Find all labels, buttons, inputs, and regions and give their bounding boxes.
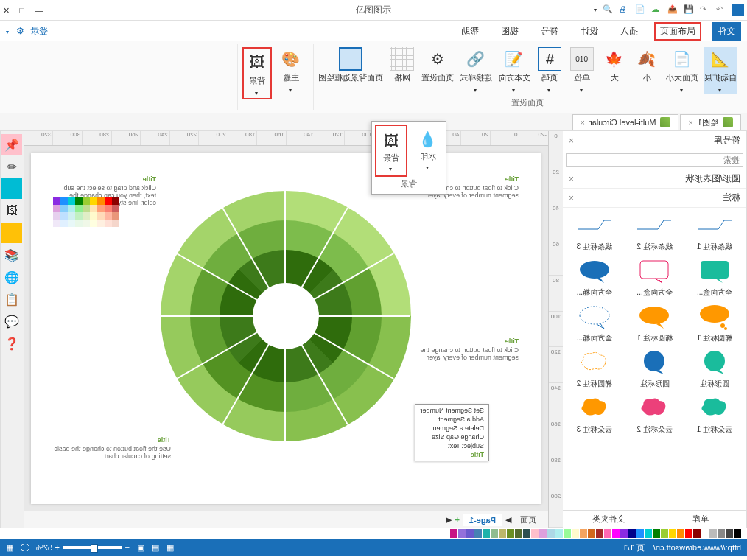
shape-item[interactable]: 全方向椭...: [566, 302, 623, 343]
color-swatch[interactable]: [653, 529, 660, 538]
color-swatch[interactable]: [734, 529, 741, 538]
color-swatch[interactable]: [596, 529, 603, 538]
shape-item[interactable]: 云朵标注 2: [626, 393, 684, 435]
color-swatch[interactable]: [718, 529, 725, 538]
color-swatch[interactable]: [466, 529, 474, 538]
color-swatch[interactable]: [539, 529, 547, 538]
pagebg-button[interactable]: 页面背景边框绘图: [318, 47, 383, 83]
zoom-in-icon[interactable]: +: [55, 543, 60, 552]
menu-icon[interactable]: [732, 4, 744, 16]
close-tab-icon[interactable]: ×: [581, 118, 585, 127]
qat-dropdown-icon[interactable]: [586, 4, 598, 16]
view-mode-icon[interactable]: ▤: [152, 543, 159, 553]
tab-view[interactable]: 视图: [495, 22, 525, 41]
panel-close-icon[interactable]: ×: [569, 136, 574, 146]
color-swatch[interactable]: [636, 529, 644, 538]
canvas[interactable]: Title Click to float button to change th…: [24, 146, 548, 511]
pagenum-button[interactable]: #页码: [536, 47, 563, 94]
color-swatch[interactable]: [564, 529, 571, 538]
doc-tab-1[interactable]: 绘图1×: [680, 114, 741, 130]
shape-item[interactable]: 椭圆标注 1: [686, 302, 743, 343]
pages-nav[interactable]: 页面: [514, 513, 542, 527]
shape-item[interactable]: 圆形标注: [686, 348, 743, 389]
annot-header[interactable]: 标注×: [563, 189, 746, 208]
color-swatch[interactable]: [507, 529, 514, 538]
next-page-icon[interactable]: ▶: [446, 515, 452, 525]
color-swatch[interactable]: [612, 529, 620, 538]
popup-bg-button[interactable]: 🖼背景: [375, 125, 407, 177]
shape-item[interactable]: 云朵标注 1: [686, 393, 743, 435]
add-page-icon[interactable]: +: [455, 515, 459, 524]
view-mode-icon[interactable]: ▦: [166, 543, 174, 553]
tab-file[interactable]: 文件: [712, 22, 741, 41]
collapse-icon[interactable]: [6, 26, 10, 36]
tab-design[interactable]: 设计: [575, 22, 604, 41]
shape-item[interactable]: 云朵标注 3: [566, 393, 623, 435]
color-swatch[interactable]: [628, 529, 636, 538]
page-tab-1[interactable]: Page-1: [463, 514, 502, 526]
print-icon[interactable]: 🖨: [619, 4, 631, 16]
color-swatch[interactable]: [701, 529, 709, 538]
minimize-icon[interactable]: —: [35, 6, 44, 15]
tab-help[interactable]: 帮助: [455, 22, 485, 41]
orientation-small-button[interactable]: 🍂小: [634, 47, 660, 83]
color-swatch[interactable]: [458, 529, 466, 538]
tab-page-layout[interactable]: 页面布局: [654, 22, 701, 41]
shape-item[interactable]: 全方向椭...: [566, 256, 623, 298]
color-swatch[interactable]: [580, 529, 587, 538]
shape-item[interactable]: 圆形标注: [626, 348, 684, 389]
fit-icon[interactable]: ⛶: [21, 543, 29, 552]
color-swatch[interactable]: [572, 529, 579, 538]
watermark-button[interactable]: 💧水印: [413, 125, 443, 177]
close-icon[interactable]: ✕: [3, 6, 12, 15]
annotation-3[interactable]: Title Click to float button to change th…: [415, 337, 519, 361]
drawing-page[interactable]: Title Click to float button to change th…: [31, 153, 541, 504]
tool-layers-icon[interactable]: 📚: [2, 245, 23, 265]
section-close-icon[interactable]: ×: [569, 174, 574, 184]
gear-icon[interactable]: ⚙: [16, 26, 24, 36]
view-mode-icon[interactable]: ▣: [137, 543, 144, 553]
color-swatch[interactable]: [604, 529, 611, 538]
connstyle-button[interactable]: 🔗连接样式: [460, 47, 492, 94]
doc-icon[interactable]: 📄: [635, 4, 647, 16]
maximize-icon[interactable]: □: [19, 6, 28, 15]
lib-foot-folder[interactable]: 文件夹类: [563, 511, 655, 528]
shapes-header[interactable]: 圆形/图表形状×: [563, 169, 746, 189]
color-swatch[interactable]: [709, 529, 717, 538]
annotation-4[interactable]: Title Use the float button to change the…: [53, 436, 171, 460]
color-swatch[interactable]: [677, 529, 684, 538]
tool-comment-icon[interactable]: 💬: [2, 311, 23, 332]
color-swatch[interactable]: [499, 529, 506, 538]
theme-button[interactable]: 🎨主题: [278, 47, 304, 94]
color-swatch[interactable]: [645, 529, 652, 538]
pageset-button[interactable]: ⚙页面设置: [421, 47, 454, 83]
color-swatch[interactable]: [474, 529, 482, 538]
grid-button[interactable]: 网格: [389, 47, 415, 83]
shape-item[interactable]: 线条标注 3: [566, 211, 623, 252]
color-swatch[interactable]: [547, 529, 555, 538]
color-swatch[interactable]: [693, 529, 701, 538]
color-swatch[interactable]: [450, 529, 457, 538]
preview-icon[interactable]: 🔍: [603, 4, 614, 16]
tool-pen-icon[interactable]: ✏: [2, 156, 23, 177]
color-swatch[interactable]: [483, 529, 490, 538]
unit-button[interactable]: 010单位: [569, 47, 595, 94]
color-swatch[interactable]: [523, 529, 530, 538]
color-swatch[interactable]: [669, 529, 676, 538]
textdir-button[interactable]: 📝文本方向: [498, 47, 530, 94]
tab-insert[interactable]: 插入: [614, 22, 644, 41]
color-swatch[interactable]: [726, 529, 733, 538]
close-tab-icon[interactable]: ×: [688, 118, 692, 127]
color-palette[interactable]: [53, 197, 119, 227]
circular-chart[interactable]: [161, 191, 411, 441]
undo-icon[interactable]: ↶: [716, 4, 728, 16]
tool-note-icon[interactable]: [2, 223, 23, 243]
section-close-icon[interactable]: ×: [569, 193, 574, 203]
grid-toggle-icon[interactable]: ▦: [6, 543, 13, 553]
color-swatch[interactable]: [661, 529, 668, 538]
tool-clipboard-icon[interactable]: 📋: [2, 289, 23, 309]
color-swatch[interactable]: [555, 529, 563, 538]
zoom-control[interactable]: − + 52%: [36, 543, 130, 552]
save-icon[interactable]: 💾: [684, 4, 695, 16]
color-swatch[interactable]: [588, 529, 595, 538]
